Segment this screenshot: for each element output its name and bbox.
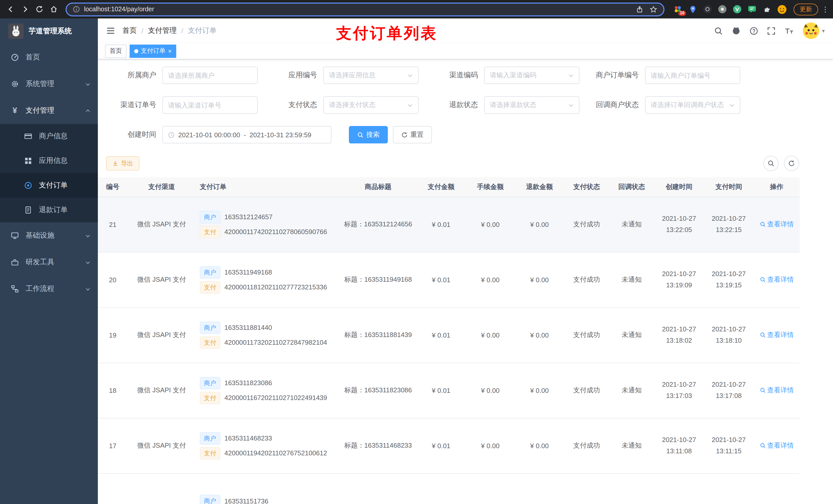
- filter-channel-code: 渠道编码 请输入渠道编码: [428, 67, 579, 84]
- logo-image: [8, 24, 24, 39]
- select-placeholder: 请选择订单回调商户状态: [651, 100, 726, 110]
- merchant-order-no-field[interactable]: [651, 71, 735, 79]
- app-logo[interactable]: 芋道管理系统: [0, 19, 98, 44]
- fullscreen-icon[interactable]: [767, 26, 776, 35]
- gray-app-extension-icon[interactable]: [717, 4, 728, 14]
- tab-pay-order[interactable]: 支付订单 ×: [129, 44, 176, 57]
- menu-label: 首页: [26, 53, 91, 62]
- browser-update-button[interactable]: 更新: [793, 3, 818, 15]
- sidebar-item-payment[interactable]: ¥ 支付管理: [0, 97, 98, 124]
- vue-devtools-extension-icon[interactable]: [732, 4, 742, 14]
- pay-order-no: 4200001181202110277723215336: [224, 283, 327, 291]
- browser-toolbar: localhost:1024/pay/order 10: [0, 0, 833, 19]
- view-detail-link[interactable]: 查看详情: [760, 386, 794, 395]
- pay-tag: 支付: [200, 281, 220, 293]
- profile-emoji-icon[interactable]: [777, 4, 787, 14]
- cell-channel: [129, 473, 194, 504]
- pay-status-select[interactable]: 请选择支付状态: [323, 96, 419, 114]
- channel-order-no-input[interactable]: [162, 96, 258, 114]
- cell-notify: 未通知: [609, 197, 654, 252]
- col-create-time: 创建时间: [654, 177, 704, 197]
- breadcrumb-payment[interactable]: 支付管理: [148, 26, 177, 35]
- breadcrumb-home[interactable]: 首页: [122, 26, 137, 35]
- merchant-input[interactable]: [162, 67, 258, 84]
- col-status: 支付状态: [564, 177, 609, 197]
- browser-back-button[interactable]: [4, 3, 18, 16]
- refund-status-select[interactable]: 请选择退款状态: [484, 96, 579, 114]
- table-row: 19 微信 JSAPI 支付 商户1635311881440 支付4200001…: [98, 307, 800, 363]
- merchant-input-field[interactable]: [168, 71, 252, 79]
- extensions-puzzle-icon[interactable]: [762, 4, 772, 14]
- cell-actions: 查看详情: [754, 252, 800, 307]
- merchant-order-no: 163531151736: [224, 497, 268, 504]
- search-icon: [760, 387, 766, 393]
- refresh-table-button[interactable]: [784, 156, 799, 171]
- sidebar-item-system[interactable]: 系统管理: [0, 71, 98, 97]
- cell-create-time: 2021-10-2713:19:09: [654, 252, 704, 307]
- cell-actions: 查看详情: [754, 418, 800, 473]
- chat-extension-icon[interactable]: [747, 4, 757, 14]
- cell-amount: ¥ 0.01: [416, 363, 466, 418]
- hamburger-icon[interactable]: [106, 26, 115, 35]
- cell-id: 21: [98, 197, 129, 252]
- channel-code-select[interactable]: 请输入渠道编码: [484, 67, 579, 84]
- tab-home[interactable]: 首页: [105, 44, 126, 57]
- sidebar-item-app-info[interactable]: 应用信息: [0, 148, 98, 173]
- cell-fee: ¥ 0.00: [466, 307, 515, 363]
- notify-status-select[interactable]: 请选择订单回调商户状态: [645, 96, 740, 114]
- filter-label: 渠道编码: [428, 71, 484, 80]
- channel-order-no-field[interactable]: [168, 101, 252, 109]
- reset-button[interactable]: 重置: [393, 126, 432, 143]
- merchant-order-no-input[interactable]: [645, 67, 740, 84]
- github-icon[interactable]: [732, 26, 741, 35]
- cell-refund: ¥ 0.00: [515, 252, 564, 307]
- site-info-icon[interactable]: [73, 6, 80, 13]
- view-detail-link[interactable]: 查看详情: [760, 220, 794, 229]
- dark-app-extension-icon[interactable]: [703, 4, 713, 14]
- font-size-icon[interactable]: [785, 26, 794, 35]
- cell-pay-time: 2021-10-2713:17:08: [704, 363, 754, 418]
- cell-title: 标题：1635311949168: [340, 252, 416, 307]
- tags-view: 首页 支付订单 ×: [98, 43, 833, 59]
- sidebar-item-home[interactable]: 首页: [0, 44, 98, 71]
- toggle-search-button[interactable]: [763, 156, 779, 171]
- cell-status: 支付成功: [564, 363, 609, 418]
- browser-menu-icon[interactable]: ⋮: [822, 5, 829, 13]
- search-icon[interactable]: [714, 26, 723, 35]
- sidebar-item-infrastructure[interactable]: 基础设施: [0, 222, 98, 249]
- select-placeholder: 请输入渠道编码: [490, 71, 565, 80]
- sidebar-item-refund-order[interactable]: 退款订单: [0, 198, 98, 222]
- cell-fee: ¥ 0.00: [466, 418, 515, 473]
- col-title: 商品标题: [340, 177, 416, 197]
- sidebar-item-workflow[interactable]: 工作流程: [0, 275, 98, 302]
- export-button[interactable]: 导出: [106, 156, 139, 171]
- browser-home-button[interactable]: [47, 3, 61, 16]
- merchant-tag: 商户: [200, 266, 220, 279]
- view-detail-link[interactable]: 查看详情: [760, 330, 794, 340]
- close-icon[interactable]: ×: [168, 48, 172, 54]
- sidebar-item-dev-tools[interactable]: 研发工具: [0, 249, 98, 275]
- cell-title: 标题：1635311881439: [340, 307, 416, 363]
- cell-pay-order: 商户1635312124657 支付4200001174202110278060…: [194, 197, 340, 252]
- view-detail-link[interactable]: 查看详情: [760, 275, 794, 284]
- date-end: 2021-10-31 23:59:59: [249, 131, 311, 139]
- cell-title: 标题：1635311468233: [340, 418, 416, 473]
- sidebar-item-merchant-info[interactable]: 商户信息: [0, 124, 98, 148]
- sidebar-item-pay-order[interactable]: 支付订单: [0, 173, 98, 198]
- address-bar[interactable]: localhost:1024/pay/order: [66, 2, 664, 16]
- browser-reload-button[interactable]: [33, 3, 46, 16]
- browser-forward-button[interactable]: [19, 3, 32, 16]
- submenu-label: 商户信息: [39, 131, 68, 141]
- pin-extension-icon[interactable]: [688, 4, 698, 14]
- cell-status: 支付成功: [564, 418, 609, 473]
- chevron-down-icon: [568, 102, 574, 108]
- help-icon[interactable]: [750, 26, 759, 35]
- user-menu[interactable]: ▾: [803, 23, 825, 39]
- date-range-picker[interactable]: 2021-10-01 00:00:00 - 2021-10-31 23:59:5…: [162, 126, 331, 143]
- app-select[interactable]: 请选择应用信息: [323, 67, 419, 84]
- share-icon[interactable]: [636, 5, 643, 13]
- search-button[interactable]: 搜索: [349, 126, 388, 143]
- palette-extension-icon[interactable]: 10: [673, 4, 683, 14]
- view-detail-link[interactable]: 查看详情: [760, 441, 794, 450]
- bookmark-star-icon[interactable]: [649, 5, 657, 13]
